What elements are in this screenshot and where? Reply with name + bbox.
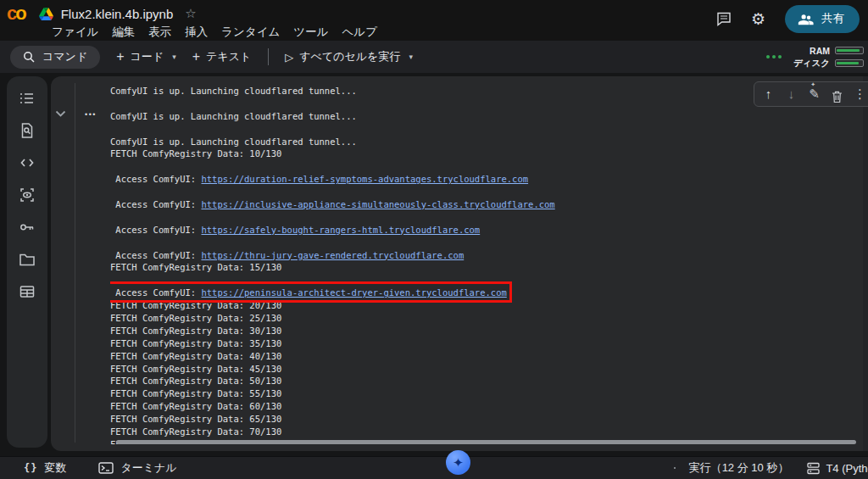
cell-gutter-line: [75, 83, 75, 443]
play-icon: ▷: [285, 51, 293, 64]
data-table-icon[interactable]: [19, 283, 36, 300]
horizontal-scrollbar[interactable]: [116, 440, 856, 444]
comfyui-tunnel-link[interactable]: https://thru-jury-gave-rendered.trycloud…: [201, 250, 464, 260]
output-line: [110, 211, 861, 224]
output-line: FETCH ComfyRegistry Data: 45/130: [110, 363, 861, 376]
variables-label: 変数: [44, 460, 66, 476]
find-replace-icon[interactable]: [19, 122, 36, 139]
output-line: FETCH ComfyRegistry Data: 10/130: [110, 148, 861, 160]
main-area: ↑ ↓ ✎✦ ⋮ ••• ComfyUI is up. Launching cl…: [0, 73, 868, 456]
add-text-label: テキスト: [206, 49, 251, 64]
share-label: 共有: [821, 11, 844, 26]
add-code-label: コード: [131, 49, 164, 64]
output-line: [110, 160, 861, 173]
terminal-label: ターミナル: [120, 460, 176, 476]
cell-output: ComfyUI is up. Launching cloudflared tun…: [110, 85, 861, 444]
share-button[interactable]: 共有: [785, 5, 860, 33]
variables-button[interactable]: {} 変数: [24, 460, 66, 476]
status-dot: [674, 467, 676, 469]
comments-icon[interactable]: [716, 12, 732, 26]
plus-icon: +: [116, 50, 124, 64]
execution-status[interactable]: 実行（12 分 10 秒）: [689, 460, 789, 476]
scan-eye-icon[interactable]: [19, 187, 36, 203]
menu-file[interactable]: ファイル: [52, 25, 98, 40]
ram-label: RAM: [810, 46, 830, 56]
colab-logo[interactable]: co: [7, 3, 25, 25]
notebook-toolbar: コマンド + コード ▾ + テキスト ▷ すべてのセルを実行 ▾ RAM ディ…: [0, 41, 868, 73]
terminal-button[interactable]: ターミナル: [98, 460, 176, 476]
output-line: FETCH ComfyRegistry Data: 25/130: [110, 312, 861, 325]
menu-insert[interactable]: 挿入: [185, 25, 208, 40]
collapse-output-chevron-icon[interactable]: [55, 110, 66, 117]
runtime-selector[interactable]: T4 (Python: [807, 462, 868, 475]
disk-gauge: [835, 59, 864, 67]
menu-help[interactable]: ヘルプ: [342, 25, 377, 40]
output-line: [110, 186, 861, 198]
vertical-scrollbar[interactable]: [863, 76, 868, 451]
output-line: [110, 237, 861, 249]
app-header: co Flux2.klein.4b.ipynb ☆ ファイル 編集 表示 挿入 …: [0, 0, 868, 41]
comfyui-tunnel-link[interactable]: https://peninsula-architect-dryer-given.…: [201, 287, 506, 298]
output-line: FETCH ComfyRegistry Data: 65/130: [110, 413, 861, 426]
output-line: Access ComfyUI: https://inclusive-applia…: [110, 198, 861, 211]
output-line: FETCH ComfyRegistry Data: 55/130: [110, 387, 861, 400]
output-line: ComfyUI is up. Launching cloudflared tun…: [110, 85, 861, 97]
left-sidebar: [7, 76, 47, 448]
files-folder-icon[interactable]: [19, 251, 36, 268]
run-all-label: すべてのセルを実行: [299, 49, 400, 64]
output-line: Access ComfyUI: https://thru-jury-gave-r…: [110, 249, 861, 262]
toolbar-divider: [268, 48, 269, 65]
menu-runtime[interactable]: ランタイム: [221, 25, 280, 40]
menu-view[interactable]: 表示: [148, 25, 171, 40]
add-code-button[interactable]: + コード ▾: [116, 49, 175, 64]
output-line: Access ComfyUI: https://peninsula-archit…: [110, 287, 861, 299]
output-line: Access ComfyUI: https://duration-relief-…: [110, 173, 861, 186]
output-line: FETCH ComfyRegistry Data: 40/130: [110, 350, 861, 363]
runtime-stack-icon: [807, 462, 820, 475]
command-palette-button[interactable]: コマンド: [10, 46, 100, 69]
output-line: FETCH ComfyRegistry Data: 30/130: [110, 325, 861, 337]
people-icon: [798, 13, 814, 25]
runtime-label: T4 (Python: [826, 462, 868, 475]
star-icon[interactable]: ☆: [185, 6, 196, 21]
output-line: FETCH ComfyRegistry Data: 20/130: [110, 299, 861, 312]
secrets-key-icon[interactable]: [19, 219, 36, 236]
gemini-button[interactable]: ✦: [446, 450, 470, 475]
bottom-status-bar: {} 変数 ターミナル 実行（12 分 10 秒） T4 (Python: [0, 456, 868, 479]
output-line: [110, 274, 861, 287]
settings-gear-icon[interactable]: ⚙: [751, 11, 765, 27]
add-text-button[interactable]: + テキスト: [192, 49, 252, 64]
code-snippets-icon[interactable]: [19, 154, 36, 171]
braces-icon: {}: [24, 462, 37, 474]
comfyui-tunnel-link[interactable]: https://inclusive-appliance-simultaneous…: [201, 199, 554, 209]
menu-tools[interactable]: ツール: [293, 25, 328, 40]
run-all-button[interactable]: ▷ すべてのセルを実行 ▾: [285, 49, 413, 64]
colab-app: { "header": { "logo_left": "c", "logo_ri…: [0, 0, 868, 479]
output-line: FETCH ComfyRegistry Data: 70/130: [110, 426, 861, 438]
output-line: ComfyUI is up. Launching cloudflared tun…: [110, 136, 861, 148]
plus-icon: +: [192, 50, 200, 64]
chevron-down-icon[interactable]: ▾: [409, 53, 413, 61]
output-line: FETCH ComfyRegistry Data: 35/130: [110, 337, 861, 350]
gemini-spark-icon: ✦: [453, 456, 464, 469]
chevron-down-icon[interactable]: ▾: [172, 53, 176, 61]
search-icon: [23, 51, 35, 63]
output-line: ComfyUI is up. Launching cloudflared tun…: [110, 110, 861, 123]
menu-bar: ファイル 編集 表示 挿入 ランタイム ツール ヘルプ: [52, 25, 377, 40]
drive-icon: [39, 8, 53, 20]
disk-label: ディスク: [793, 58, 830, 70]
table-of-contents-icon[interactable]: [19, 90, 36, 107]
comfyui-tunnel-link[interactable]: https://duration-relief-symptoms-advanta…: [201, 174, 528, 184]
terminal-icon: [98, 462, 114, 474]
output-line: [110, 123, 861, 136]
ram-gauge: [835, 47, 864, 54]
command-label: コマンド: [42, 49, 87, 64]
connecting-dots-indicator: [766, 55, 782, 58]
output-line: FETCH ComfyRegistry Data: 50/130: [110, 375, 861, 387]
comfyui-tunnel-link[interactable]: https://safely-bought-rangers-html.trycl…: [201, 225, 480, 235]
output-line: [110, 97, 861, 110]
resource-gauges[interactable]: RAM ディスク: [793, 46, 864, 69]
menu-edit[interactable]: 編集: [112, 25, 135, 40]
notebook-title[interactable]: Flux2.klein.4b.ipynb: [61, 7, 174, 21]
output-line: Access ComfyUI: https://safely-bought-ra…: [110, 224, 861, 237]
